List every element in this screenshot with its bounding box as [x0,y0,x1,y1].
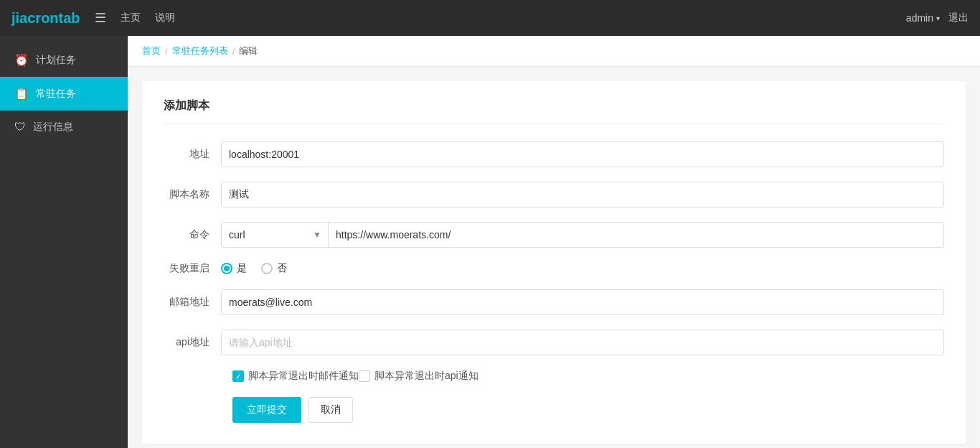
user-dropdown-arrow: ▾ [936,14,940,22]
sidebar-item-scheduled-tasks[interactable]: ⏰ 计划任务 [0,43,128,77]
email-row: 邮箱地址 [164,289,944,315]
retry-yes-text: 是 [237,262,247,275]
command-row: 命令 curl bash python php ▼ [164,222,944,248]
api-row: api地址 [164,330,944,355]
command-label: 命令 [164,228,221,241]
command-select[interactable]: curl bash python php [221,222,329,248]
retry-row: 失败重启 是 否 [164,262,944,275]
sidebar-label-runinfo: 运行信息 [33,121,73,134]
retry-no-label[interactable]: 否 [261,262,287,275]
email-input[interactable] [221,289,944,315]
breadcrumb-home[interactable]: 首页 [142,45,161,57]
retry-no-radio[interactable] [261,263,273,274]
checkbox-email-notify[interactable] [232,370,244,382]
nav-links: 主页说明 [121,8,906,28]
nav-item-主页[interactable]: 主页 [121,8,141,28]
form-card: 添加脚本 地址 脚本名称 命令 cu [142,81,966,444]
sidebar-item-run-info[interactable]: 🛡 运行信息 [0,111,128,144]
sidebar-label-scheduled: 计划任务 [36,54,76,67]
checkbox-api-notify[interactable] [359,370,370,382]
address-input[interactable] [221,141,944,167]
address-row: 地址 [164,141,944,167]
script-name-label: 脚本名称 [164,188,221,201]
address-label: 地址 [164,148,221,161]
retry-radio-group: 是 否 [221,262,287,275]
list-icon: 📋 [14,87,29,101]
breadcrumb-sep-2: / [232,46,235,57]
breadcrumb-current: 编辑 [239,45,258,57]
button-row: 立即提交 取消 [164,397,944,423]
brand-logo[interactable]: jiacrontab [11,10,80,27]
breadcrumb-sep-1: / [165,46,168,57]
command-url-input[interactable] [329,222,944,248]
checkbox-email-label[interactable]: 脚本异常退出时邮件通知 [232,370,359,383]
script-name-input[interactable] [221,182,944,207]
menu-toggle-icon[interactable]: ☰ [95,10,106,26]
navbar-right: admin ▾ 退出 [906,11,969,24]
logout-button[interactable]: 退出 [948,11,969,24]
sidebar-item-permanent-tasks[interactable]: 📋 常驻任务 [0,77,128,111]
user-menu[interactable]: admin ▾ [906,12,940,24]
main-content: 首页 / 常驻任务列表 / 编辑 添加脚本 地址 脚本名称 [128,36,980,448]
retry-no-text: 否 [277,262,287,275]
checkboxes-row: 脚本异常退出时邮件通知 脚本异常退出时api通知 [164,370,944,383]
cancel-button[interactable]: 取消 [308,397,353,423]
command-select-wrapper: curl bash python php ▼ [221,222,329,248]
shield-icon: 🛡 [14,121,26,134]
script-name-row: 脚本名称 [164,182,944,207]
submit-button[interactable]: 立即提交 [232,397,301,423]
layout: ⏰ 计划任务 📋 常驻任务 🛡 运行信息 首页 / 常驻任务列表 / 编辑 添加… [0,36,980,448]
retry-yes-label[interactable]: 是 [221,262,247,275]
breadcrumb: 首页 / 常驻任务列表 / 编辑 [128,36,980,67]
breadcrumb-list[interactable]: 常驻任务列表 [172,45,228,57]
checkbox-api-label[interactable]: 脚本异常退出时api通知 [359,370,479,383]
retry-yes-radio[interactable] [221,263,232,274]
username-label: admin [906,12,933,24]
checkbox-api-text: 脚本异常退出时api通知 [374,370,479,383]
clock-icon: ⏰ [14,53,29,67]
retry-label: 失败重启 [164,262,221,275]
navbar: jiacrontab ☰ 主页说明 admin ▾ 退出 [0,0,980,36]
nav-item-说明[interactable]: 说明 [155,8,175,28]
sidebar-label-permanent: 常驻任务 [36,88,76,101]
email-label: 邮箱地址 [164,296,221,309]
api-label: api地址 [164,336,221,349]
command-group: curl bash python php ▼ [221,222,944,248]
form-title: 添加脚本 [164,98,944,124]
api-input[interactable] [221,330,944,355]
content-area: 添加脚本 地址 脚本名称 命令 cu [128,67,980,448]
sidebar: ⏰ 计划任务 📋 常驻任务 🛡 运行信息 [0,36,128,448]
checkbox-email-text: 脚本异常退出时邮件通知 [248,370,359,383]
